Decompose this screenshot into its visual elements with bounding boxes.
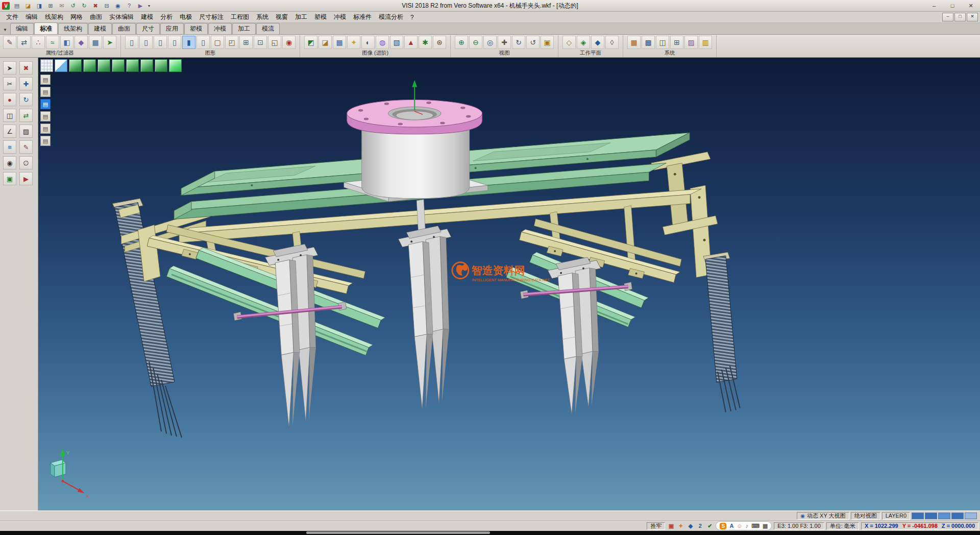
rotate-view-icon[interactable]: ↻ bbox=[512, 36, 525, 49]
render-light-icon[interactable]: ✦ bbox=[347, 36, 360, 49]
menu-item[interactable]: 建模 bbox=[137, 12, 157, 22]
workplane-standard-icon[interactable]: ◇ bbox=[562, 36, 576, 49]
macro-icon[interactable]: ▶ bbox=[135, 1, 145, 11]
open-file-icon[interactable]: ◪ bbox=[23, 1, 33, 11]
units-cell[interactable]: 单位: 毫米 bbox=[826, 522, 859, 530]
toolbar-tab[interactable]: 应用 bbox=[160, 23, 184, 34]
gripper-finger-cluster-2[interactable] bbox=[398, 226, 451, 409]
toolbar-tab[interactable]: 标准 bbox=[34, 22, 58, 34]
workplane-view-icon[interactable]: ◆ bbox=[591, 36, 604, 49]
diameter-icon[interactable]: ∅ bbox=[19, 156, 33, 169]
color-palette-icon[interactable]: ▦ bbox=[627, 36, 641, 49]
tray-app-1-icon[interactable]: ▣ bbox=[667, 522, 675, 530]
snapshot-icon[interactable]: ▨ bbox=[684, 36, 698, 49]
bookmark-icon[interactable]: ▶ bbox=[19, 172, 33, 185]
layers-icon[interactable]: ≡ bbox=[3, 140, 16, 154]
clipboard-5-icon[interactable]: ▤ bbox=[40, 124, 51, 134]
rotate-tool-icon[interactable]: ↻ bbox=[19, 93, 33, 106]
render-shaded-icon[interactable]: ◩ bbox=[304, 36, 317, 49]
visi-logo-icon[interactable]: V bbox=[2, 2, 10, 10]
ime-toolbox-icon[interactable]: ▦ bbox=[763, 523, 768, 529]
move-tool-icon[interactable]: ⇄ bbox=[19, 109, 33, 122]
ime-logo-icon[interactable]: S bbox=[720, 523, 726, 529]
zoom-out-icon[interactable]: ⊖ bbox=[469, 36, 482, 49]
zoom-in-icon[interactable]: ⊕ bbox=[455, 36, 468, 49]
view-top-icon[interactable] bbox=[140, 59, 153, 72]
status-segment[interactable] bbox=[925, 513, 937, 519]
show-solids-icon[interactable]: ▯ bbox=[168, 36, 181, 49]
view-iso-icon[interactable] bbox=[69, 59, 82, 72]
close-button[interactable]: ✕ bbox=[962, 0, 980, 11]
menu-item[interactable]: 线架构 bbox=[41, 12, 67, 22]
mirror-tool-icon[interactable]: ◫ bbox=[3, 109, 16, 122]
menu-item[interactable]: 编辑 bbox=[22, 12, 41, 22]
calculator-icon[interactable]: ⊟ bbox=[102, 1, 112, 11]
edit-attributes-icon[interactable]: ✎ bbox=[3, 36, 16, 49]
column-cylinder[interactable] bbox=[362, 127, 470, 199]
taskbar-edge[interactable] bbox=[0, 531, 980, 535]
copy-attributes-icon[interactable]: ⇄ bbox=[17, 36, 31, 49]
show-points-icon[interactable]: ▯ bbox=[125, 36, 138, 49]
render-transparency-icon[interactable]: ◍ bbox=[376, 36, 389, 49]
quick-access-dropdown-icon[interactable]: ▾ bbox=[146, 4, 152, 8]
status-segment[interactable] bbox=[965, 513, 977, 519]
menu-item[interactable]: 分析 bbox=[157, 12, 176, 22]
previous-view-icon[interactable]: ↺ bbox=[526, 36, 540, 49]
shaded-mode-icon[interactable]: ▮ bbox=[182, 36, 195, 49]
menu-item[interactable]: 视窗 bbox=[272, 12, 291, 22]
minimize-button[interactable]: – bbox=[925, 0, 943, 11]
menu-item[interactable]: 曲面 bbox=[86, 12, 106, 22]
render-texture-icon[interactable]: ▩ bbox=[333, 36, 346, 49]
point-tool-icon[interactable]: ● bbox=[3, 93, 16, 106]
hatch-icon[interactable]: ▨ bbox=[19, 125, 33, 138]
unit-setup-icon[interactable]: ▥ bbox=[699, 36, 712, 49]
right-rack[interactable] bbox=[703, 252, 740, 412]
clipboard-4-icon[interactable]: ▤ bbox=[40, 111, 51, 121]
view-right-icon[interactable] bbox=[126, 59, 139, 72]
layer-display-icon[interactable]: ◱ bbox=[268, 36, 281, 49]
system-settings-icon[interactable]: ▩ bbox=[642, 36, 655, 49]
render-shadow-icon[interactable]: ◐ bbox=[361, 36, 375, 49]
pan-view-icon[interactable]: ✚ bbox=[498, 36, 511, 49]
menu-item[interactable]: 工程图 bbox=[227, 12, 253, 22]
menu-item[interactable]: 标准件 bbox=[350, 12, 375, 22]
show-axes-icon[interactable]: ⊡ bbox=[254, 36, 267, 49]
render-background-icon[interactable]: ▧ bbox=[390, 36, 403, 49]
tray-app-5-icon[interactable]: ✔ bbox=[706, 522, 714, 530]
clipboard-2-icon[interactable]: ▤ bbox=[40, 87, 51, 97]
menu-item[interactable]: 模流分析 bbox=[375, 12, 407, 22]
show-edges-icon[interactable]: ◰ bbox=[225, 36, 238, 49]
print-icon[interactable]: ⊞ bbox=[45, 1, 56, 11]
wireframe-mode-icon[interactable]: ▯ bbox=[197, 36, 210, 49]
menu-item[interactable]: 实体编辑 bbox=[106, 12, 137, 22]
database-icon[interactable]: ◫ bbox=[656, 36, 669, 49]
view-front-icon[interactable] bbox=[83, 59, 96, 72]
menu-item[interactable]: 电极 bbox=[176, 12, 195, 22]
toolbar-tab[interactable]: 曲面 bbox=[112, 23, 136, 34]
clipboard-1-icon[interactable]: ▤ bbox=[40, 75, 51, 85]
3d-viewport[interactable]: 智造资料网 INTELLIGENT MANUFACTURING DATA NET… bbox=[38, 58, 980, 510]
workplane-reset-icon[interactable]: ◊ bbox=[605, 36, 619, 49]
ime-emoji-icon[interactable]: ☺ bbox=[737, 523, 742, 529]
title-bar[interactable]: V ▤◪◨⊞✉↺↻✖⊟◉?▶ ▾ VISI 2018 R2 from Vero … bbox=[0, 0, 980, 12]
undo-icon[interactable]: ↺ bbox=[68, 1, 78, 11]
absolute-view-cell[interactable]: 绝对视图 bbox=[851, 512, 880, 520]
view-bottom-icon[interactable] bbox=[155, 59, 167, 72]
filter-all-icon[interactable]: ▦ bbox=[89, 36, 102, 49]
menu-item[interactable]: 系统 bbox=[253, 12, 272, 22]
help-icon[interactable]: ? bbox=[124, 1, 134, 11]
menu-item[interactable]: 加工 bbox=[291, 12, 311, 22]
lock-toggle-cell[interactable]: 拴牢 bbox=[647, 522, 665, 530]
clipboard-3-icon[interactable]: ▤ bbox=[40, 99, 51, 109]
current-view-cell[interactable]: ◉ 动态 XY 大视图 bbox=[797, 512, 849, 520]
right-cross-beam[interactable] bbox=[519, 219, 681, 283]
ime-voice-icon[interactable]: ♪ bbox=[746, 523, 749, 529]
layer-cell[interactable]: LAYER0 bbox=[882, 512, 910, 520]
tray-app-4-icon[interactable]: 2 bbox=[696, 522, 704, 530]
workplane-3points-icon[interactable]: ◈ bbox=[577, 36, 590, 49]
tray-app-3-icon[interactable]: ◆ bbox=[687, 522, 694, 530]
zoom-fit-icon[interactable]: ◎ bbox=[483, 36, 497, 49]
menu-item[interactable]: 冲模 bbox=[330, 12, 350, 22]
filter-surfaces-icon[interactable]: ◧ bbox=[60, 36, 74, 49]
filter-solids-icon[interactable]: ◆ bbox=[75, 36, 88, 49]
